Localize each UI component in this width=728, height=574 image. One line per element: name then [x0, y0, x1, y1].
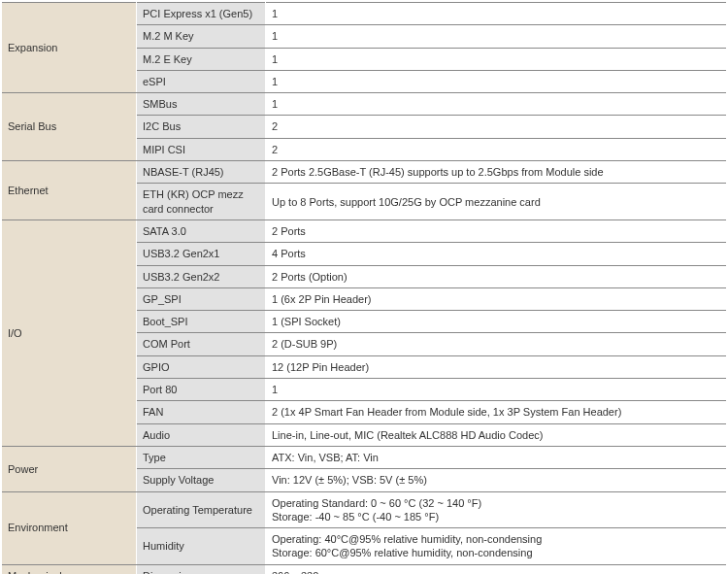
subcategory-cell: USB3.2 Gen2x1 — [137, 243, 266, 265]
value-cell: 2 Ports — [266, 219, 727, 242]
value-cell: 366 x 330 mm — [266, 564, 727, 574]
subcategory-cell: I2C Bus — [137, 116, 266, 138]
subcategory-cell: USB3.2 Gen2x2 — [137, 265, 266, 287]
subcategory-cell: COM Port — [137, 333, 266, 355]
table-row: I/OSATA 3.02 Ports — [2, 219, 726, 242]
value-cell: Vin: 12V (± 5%); VSB: 5V (± 5%) — [266, 469, 727, 491]
subcategory-cell: M.2 E Key — [137, 48, 266, 70]
subcategory-cell: Humidity — [137, 528, 266, 565]
category-cell: Environment — [2, 491, 137, 564]
value-cell: 2 (D-SUB 9P) — [266, 333, 727, 355]
subcategory-cell: M.2 M Key — [137, 25, 266, 48]
category-cell: Power — [2, 446, 137, 491]
value-cell: 4 Ports — [266, 243, 727, 265]
subcategory-cell: Boot_SPI — [137, 311, 266, 333]
value-cell: 2 Ports 2.5GBase-T (RJ-45) supports up t… — [266, 161, 727, 184]
subcategory-cell: Operating Temperature — [137, 491, 266, 528]
subcategory-cell: MIPI CSI — [137, 138, 266, 160]
value-cell: 2 — [266, 138, 727, 160]
value-cell: 1 — [266, 48, 727, 70]
value-cell: Line-in, Line-out, MIC (Realtek ALC888 H… — [266, 423, 727, 446]
table-row: Serial BusSMBus1 — [2, 93, 726, 116]
subcategory-cell: SATA 3.0 — [137, 219, 266, 242]
value-cell: 2 (1x 4P Smart Fan Header from Module si… — [266, 401, 727, 423]
value-cell: 2 — [266, 116, 727, 138]
spec-table: ExpansionPCI Express x1 (Gen5)1M.2 M Key… — [2, 2, 726, 574]
category-cell: Expansion — [2, 3, 137, 93]
value-cell: Operating: 40°C@95% relative humidity, n… — [266, 528, 727, 565]
subcategory-cell: GPIO — [137, 355, 266, 378]
value-cell: 1 (6x 2P Pin Header) — [266, 287, 727, 310]
subcategory-cell: ETH (KR) OCP mezz card connector — [137, 184, 266, 220]
value-cell: Up to 8 Ports, support 10G/25G by OCP me… — [266, 184, 727, 220]
category-cell: I/O — [2, 219, 137, 446]
table-row: PowerTypeATX: Vin, VSB; AT: Vin — [2, 446, 726, 468]
subcategory-cell: eSPI — [137, 70, 266, 92]
table-row: MechanicalDimensions366 x 330 mm — [2, 564, 726, 574]
value-cell: 1 — [266, 70, 727, 92]
subcategory-cell: PCI Express x1 (Gen5) — [137, 3, 266, 25]
subcategory-cell: Supply Voltage — [137, 469, 266, 491]
subcategory-cell: NBASE-T (RJ45) — [137, 161, 266, 184]
table-row: EthernetNBASE-T (RJ45)2 Ports 2.5GBase-T… — [2, 161, 726, 184]
value-cell: 1 — [266, 379, 727, 401]
subcategory-cell: FAN — [137, 401, 266, 423]
subcategory-cell: Port 80 — [137, 379, 266, 401]
value-cell: 1 — [266, 3, 727, 25]
value-cell: 12 (12P Pin Header) — [266, 355, 727, 378]
value-cell: Operating Standard: 0 ~ 60 °C (32 ~ 140 … — [266, 491, 727, 528]
value-cell: 1 (SPI Socket) — [266, 311, 727, 333]
table-row: EnvironmentOperating TemperatureOperatin… — [2, 491, 726, 528]
subcategory-cell: Type — [137, 446, 266, 468]
value-cell: 1 — [266, 25, 727, 48]
table-row: ExpansionPCI Express x1 (Gen5)1 — [2, 3, 726, 25]
subcategory-cell: GP_SPI — [137, 287, 266, 310]
subcategory-cell: Audio — [137, 423, 266, 446]
value-cell: ATX: Vin, VSB; AT: Vin — [266, 446, 727, 468]
subcategory-cell: Dimensions — [137, 564, 266, 574]
category-cell: Mechanical — [2, 564, 137, 574]
subcategory-cell: SMBus — [137, 93, 266, 116]
category-cell: Serial Bus — [2, 93, 137, 161]
value-cell: 1 — [266, 93, 727, 116]
category-cell: Ethernet — [2, 161, 137, 220]
value-cell: 2 Ports (Option) — [266, 265, 727, 287]
